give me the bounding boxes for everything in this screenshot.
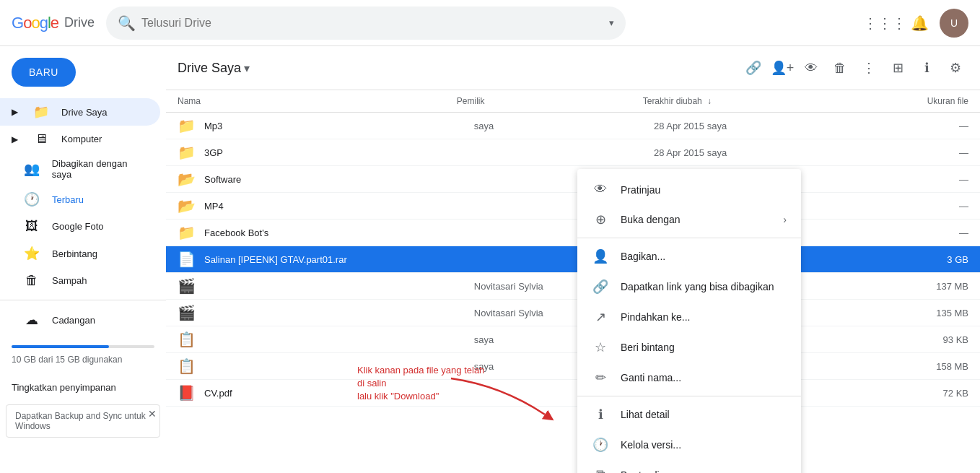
preview-icon: 👁 [592,182,609,197]
menu-divider [577,396,801,396]
photos-icon: 🖼 [23,219,40,234]
table-row[interactable]: 📁 Mp3 saya 28 Apr 2015 saya — [166,113,980,139]
file-size: 158 MB [834,361,968,372]
sidebar-label-terbaru: Terbaru [52,194,84,205]
menu-item-get-link[interactable]: 🔗 Dapatkan link yang bisa dibagikan [577,272,801,302]
sidebar-label-google-foto: Google Foto [52,221,104,232]
file-modified: 28 Apr 2015 saya [654,121,834,131]
preview-icon[interactable]: 👁 [798,55,824,81]
file-modified: 28 Apr 2015 saya [654,147,834,158]
table-row[interactable]: 📄 Salinan [IPEENK] GTAV.part01.rar 02.41… [166,246,980,273]
menu-item-copy[interactable]: ⧉ Buat salinan [577,460,801,473]
file-name: MP4 [204,201,474,212]
video-file-icon: 🎬 [178,277,196,295]
sidebar-label-drive-saya: Drive Saya [61,107,108,118]
recent-icon: 🕐 [23,191,40,207]
title-dropdown-icon[interactable]: ▾ [244,61,250,75]
star-icon: ⭐ [23,246,40,261]
file-size: — [834,147,968,158]
menu-divider [577,238,801,238]
logo: Google Drive [12,14,95,32]
sidebar-label-sampah: Sampah [52,275,87,286]
menu-item-move[interactable]: ↗ Pindahkan ke... [577,302,801,332]
search-icon: 🔍 [118,14,136,32]
menu-item-star[interactable]: ☆ Beri bintang [577,332,801,363]
sidebar-item-terbaru[interactable]: 🕐 Terbaru [0,186,160,213]
grid-view-icon[interactable]: ⊞ [885,55,911,81]
pdf-file-icon: 📕 [178,384,196,402]
file-size: 72 KB [834,388,968,399]
menu-item-version[interactable]: 🕐 Kelola versi... [577,430,801,460]
close-icon[interactable]: ✕ [148,408,157,420]
header-right: ⋮⋮⋮ 🔔 U [870,9,968,38]
menu-label-detail: Lihat detail [621,409,670,420]
menu-label-preview: Pratinjau [621,184,660,196]
folder-shared-icon: 📁 [178,144,196,161]
menu-label-share: Bagikan... [621,251,665,262]
menu-label-star: Beri bintang [621,342,675,353]
google-wordmark: Google [12,14,58,32]
table-row[interactable]: 📂 MP4 18 Feb 2015 saya — [166,193,980,220]
notifications-icon[interactable]: 🔔 [905,9,934,38]
annotation-arrow [444,371,588,429]
sidebar-item-sampah[interactable]: 🗑 Sampah [0,267,160,294]
table-row[interactable]: 📋 saya 23 Des 2017 93 KB [166,326,980,353]
info-icon[interactable]: ℹ [914,55,940,81]
menu-item-detail[interactable]: ℹ Lihat detail [577,399,801,430]
file-size: 3 GB [834,254,968,265]
rename-icon: ✏ [592,370,609,386]
link-icon: 🔗 [592,279,609,295]
menu-item-open-with[interactable]: ⊕ Buka dengan › [577,204,801,235]
search-bar[interactable]: 🔍 ▾ [106,6,626,40]
sidebar-label-komputer: Komputer [61,134,102,144]
col-owner-header: Pemilik [457,96,643,106]
share-icon: 👥 [23,161,40,177]
search-input[interactable] [141,17,603,30]
menu-item-share[interactable]: 👤 Bagikan... [577,241,801,272]
komputer-icon: 🖥 [32,131,50,147]
new-button[interactable]: BARU [12,58,76,87]
file-name: Mp3 [204,121,474,131]
sidebar-item-komputer[interactable]: ▶ 🖥 Komputer [0,126,160,152]
backup-text: Dapatkan Backup and Sync untuk Windows [15,411,146,431]
folder-shared-icon: 📁 [178,224,196,241]
sidebar-item-google-foto[interactable]: 🖼 Google Foto [0,213,160,240]
file-name: Software [204,174,474,185]
table-row[interactable]: 🎬 Novitasari Sylvia 24 Des 2017 135 MB [166,300,980,326]
rar-file-icon: 📄 [178,251,196,268]
file-name: Salinan [IPEENK] GTAV.part01.rar [204,254,474,265]
dropdown-arrow-icon[interactable]: ▾ [609,17,614,28]
upgrade-link[interactable]: Tingkatkan penyimpanan [0,376,166,399]
sidebar-label-cadangan: Cadangan [52,315,95,326]
delete-icon[interactable]: 🗑 [827,55,853,81]
drive-icon: 📁 [32,104,50,120]
file-size: 135 MB [834,308,968,318]
main-header: Drive Saya ▾ 🔗 👤+ 👁 🗑 ⋮ ⊞ ℹ ⚙ [166,46,980,90]
menu-label-move: Pindahkan ke... [621,311,691,323]
storage-bar [12,345,154,348]
sidebar-item-drive-saya[interactable]: ▶ 📁 Drive Saya [0,98,160,126]
version-icon: 🕐 [592,437,609,453]
file-size: — [834,121,968,131]
sidebar-item-dibagikan[interactable]: 👥 Dibagikan dengan saya [0,152,160,186]
sidebar-item-berbintang[interactable]: ⭐ Berbintang [0,240,160,267]
add-person-icon[interactable]: 👤+ [769,55,795,81]
move-icon: ↗ [592,309,609,325]
table-row[interactable]: 🎬 Novitasari Sylvia 24 Des 2017 137 MB [166,273,980,300]
table-row[interactable]: 📁 Facebook Bot's 6 Nov 2013 Dwi Susanto … [166,220,980,246]
header: Google Drive 🔍 ▾ ⋮⋮⋮ 🔔 U [0,0,980,46]
menu-label-copy: Buat salinan [621,469,676,474]
file-size: 93 KB [834,334,968,345]
menu-item-preview[interactable]: 👁 Pratinjau [577,175,801,204]
link-icon[interactable]: 🔗 [740,55,766,81]
sidebar-divider [0,300,166,300]
more-icon[interactable]: ⋮ [856,55,882,81]
table-row[interactable]: 📂 Software 10 Mar 2015 saya — [166,166,980,193]
menu-item-rename[interactable]: ✏ Ganti nama... [577,363,801,393]
settings-icon[interactable]: ⚙ [942,55,968,81]
sidebar-item-cadangan[interactable]: ☁ Cadangan [0,306,160,334]
avatar[interactable]: U [940,9,968,38]
apps-icon[interactable]: ⋮⋮⋮ [870,9,899,38]
file-size: — [834,174,968,185]
table-row[interactable]: 📁 3GP 28 Apr 2015 saya — [166,139,980,166]
